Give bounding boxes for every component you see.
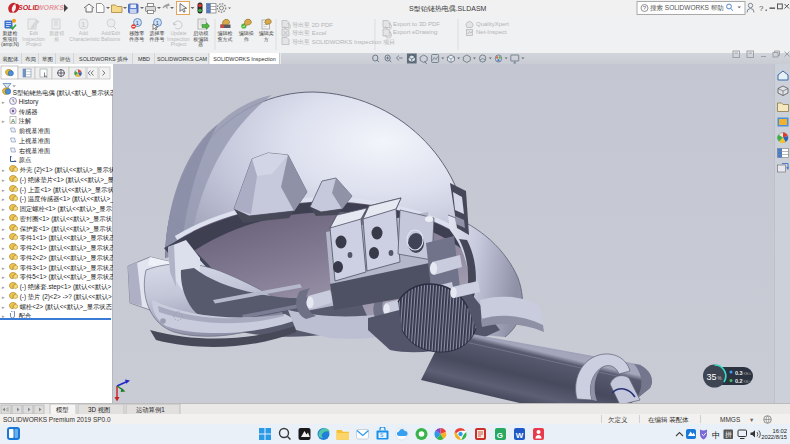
svg-text:1: 1 (81, 21, 85, 28)
svg-text:搜索 SOLIDWORKS 帮助: 搜索 SOLIDWORKS 帮助 (650, 4, 724, 12)
svg-text:G: G (497, 431, 503, 440)
svg-text:模型: 模型 (56, 406, 69, 414)
svg-text:中: 中 (712, 430, 721, 440)
svg-text:1: 1 (156, 20, 159, 26)
svg-text:0.2: 0.2 (735, 378, 743, 384)
svg-text:1: 1 (136, 20, 139, 26)
svg-text:KB/s: KB/s (744, 372, 752, 376)
svg-text:?: ? (759, 4, 764, 13)
svg-text:KB/s: KB/s (744, 380, 752, 384)
svg-text:35: 35 (707, 372, 717, 382)
svg-text:0.3: 0.3 (735, 370, 743, 376)
svg-text:运动算例1: 运动算例1 (136, 406, 165, 414)
svg-text:WORKS: WORKS (37, 4, 64, 11)
svg-text:%: % (718, 376, 722, 381)
svg-text:W: W (516, 431, 524, 440)
svg-text:3D 视图: 3D 视图 (88, 406, 110, 414)
svg-text:A: A (11, 118, 15, 124)
svg-text:拼: 拼 (725, 431, 732, 438)
